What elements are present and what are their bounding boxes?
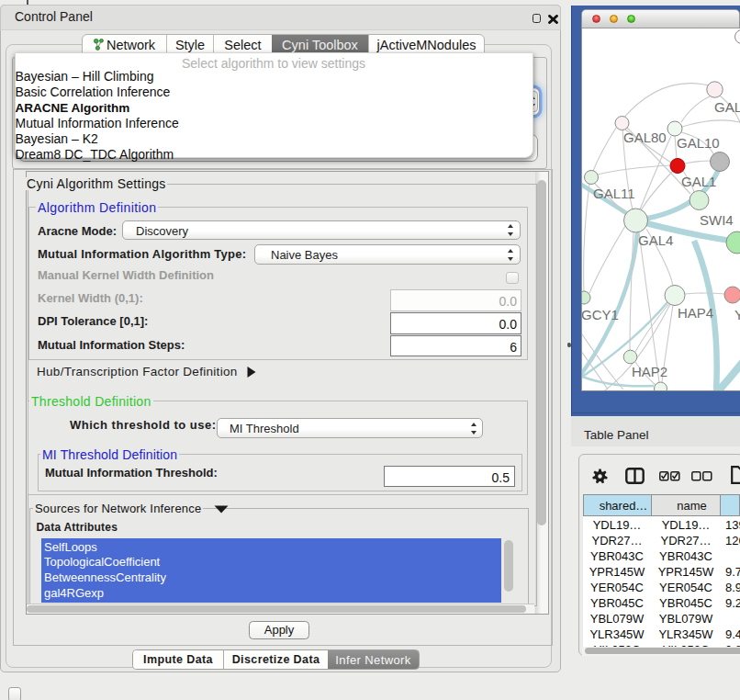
svg-text:Y: Y (734, 307, 740, 322)
svg-text:HAP2: HAP2 (632, 364, 667, 379)
svg-text:GAL10: GAL10 (677, 135, 720, 151)
svg-text:GAL80: GAL80 (623, 130, 667, 145)
svg-text:GAL4: GAL4 (638, 232, 673, 248)
svg-text:GAL11: GAL11 (593, 186, 635, 201)
svg-text:GAL8: GAL8 (714, 99, 740, 115)
svg-text:GCY1: GCY1 (582, 307, 619, 322)
svg-text:HAP4: HAP4 (678, 305, 713, 321)
svg-text:GAL1: GAL1 (681, 174, 716, 189)
svg-text:SWI4: SWI4 (700, 212, 734, 228)
